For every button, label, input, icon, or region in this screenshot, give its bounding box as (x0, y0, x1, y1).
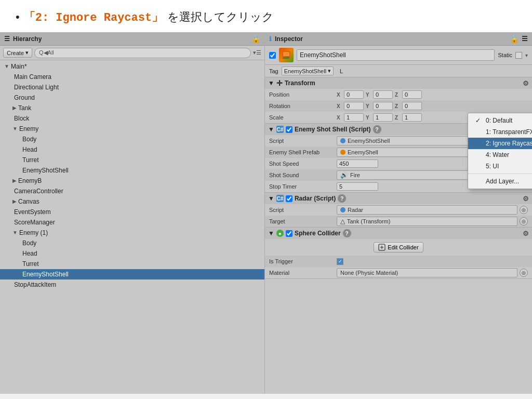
info-icon: ℹ (269, 35, 272, 43)
go-active-checkbox[interactable] (269, 52, 276, 59)
ess-speed-input[interactable] (337, 159, 378, 168)
radar-header[interactable]: ▼ C# Radar (Script) ? ⚙ (265, 193, 532, 204)
hierarchy-item[interactable]: StopAttackItem (0, 280, 264, 290)
hierarchy-item[interactable]: EnemyShotShell (0, 165, 264, 176)
sc-material-value: None (Physic Material) ◎ (337, 268, 528, 277)
rotation-x[interactable] (344, 102, 364, 110)
ess-prefab-name: EnemyShell (348, 149, 378, 155)
layer-dropdown-item[interactable]: ✓0: Default (468, 115, 532, 126)
radar-gear-icon[interactable]: ⚙ (523, 195, 529, 203)
search-input[interactable] (34, 48, 251, 58)
scale-label: Scale (269, 114, 337, 121)
tag-value: EnemyShotShell (284, 68, 326, 74)
hierarchy-item[interactable]: ▼Enemy (0, 124, 264, 134)
radar-target-name: Tank (Transform) (347, 218, 390, 224)
rotation-y[interactable] (373, 102, 393, 110)
hierarchy-item[interactable]: EnemyShotShell (0, 269, 264, 280)
sc-gear-icon[interactable]: ⚙ (523, 230, 529, 237)
sc-arrow: ▼ (268, 230, 274, 237)
hierarchy-item[interactable]: Head (0, 248, 264, 259)
ess-sound-icon: 🔊 (340, 171, 348, 179)
sc-trigger-row: Is Trigger ✓ (265, 256, 532, 267)
hierarchy-list[interactable]: ▼Main*Main CameraDirectional LightGround… (0, 60, 264, 394)
inspector-header: ℹ Inspector 🔒 ☰ (265, 32, 532, 46)
hierarchy-item[interactable]: EventSystem (0, 207, 264, 217)
transform-header[interactable]: ▼ ✛ Transform ⚙ (265, 77, 532, 89)
hierarchy-item[interactable]: Ground (0, 92, 264, 103)
radar-arrow: ▼ (268, 195, 274, 202)
ess-timer-input[interactable] (337, 182, 378, 191)
svg-rect-1 (283, 52, 289, 56)
radar-target-value: △ Tank (Transform) ◎ (337, 217, 528, 226)
hierarchy-item[interactable]: Turret (0, 259, 264, 269)
sc-help-icon[interactable]: ? (343, 229, 351, 237)
hierarchy-item[interactable]: ▶Canvas (0, 196, 264, 207)
hierarchy-item[interactable]: CameraController (0, 186, 264, 196)
lock-icon[interactable]: 🔒 (251, 35, 260, 43)
transform-title: Transform (285, 79, 315, 87)
sc-trigger-checkbox[interactable]: ✓ (337, 258, 343, 265)
hierarchy-item[interactable]: ▶Tank (0, 103, 264, 113)
layer-dropdown-item[interactable]: 5: UI (468, 161, 532, 172)
radar-help-icon[interactable]: ? (338, 194, 346, 203)
radar-script-value: Radar ◎ (337, 205, 528, 215)
lock-icon-inspector[interactable]: 🔒 (510, 35, 518, 43)
scale-x[interactable] (344, 113, 364, 122)
tag-dropdown[interactable]: EnemyShotShell ▾ (282, 66, 334, 75)
go-icon (279, 48, 294, 62)
scale-y[interactable] (373, 113, 393, 122)
hierarchy-item[interactable]: ▼Main* (0, 61, 264, 72)
hierarchy-item[interactable]: ScoreManager (0, 217, 264, 228)
ess-active-checkbox[interactable] (286, 126, 292, 133)
radar-active-checkbox[interactable] (286, 195, 292, 202)
layer-dropdown-item[interactable]: 4: Water (468, 149, 532, 161)
static-checkbox[interactable] (515, 52, 522, 59)
sc-active-checkbox[interactable] (286, 230, 292, 237)
hierarchy-title: Hierarchy (13, 35, 42, 43)
sc-material-picker[interactable]: ◎ (520, 269, 528, 277)
scale-z[interactable] (402, 113, 422, 122)
hierarchy-item[interactable]: Main Camera (0, 72, 264, 82)
sc-edit-row: Edit Collider (265, 239, 532, 256)
radar-script-name: Radar (348, 207, 363, 213)
options-icon[interactable]: ▾☰ (253, 49, 261, 56)
hierarchy-item[interactable]: ▼Enemy (1) (0, 228, 264, 238)
inspector-panel: ℹ Inspector 🔒 ☰ Static ▾ (265, 32, 532, 394)
create-button[interactable]: Create ▾ (3, 48, 32, 58)
static-dropdown-arrow[interactable]: ▾ (525, 52, 528, 58)
edit-collider-button[interactable]: Edit Collider (374, 242, 423, 252)
hierarchy-item[interactable]: Turret (0, 155, 264, 165)
sc-trigger-value: ✓ (337, 258, 528, 265)
hierarchy-item[interactable]: Block (0, 113, 264, 124)
sc-material-name: None (Physic Material) (340, 270, 398, 276)
sphere-collider-header[interactable]: ▼ ● Sphere Collider ? ⚙ (265, 228, 532, 239)
ess-help-icon[interactable]: ? (373, 125, 381, 134)
hierarchy-item[interactable]: Body (0, 238, 264, 248)
position-z[interactable] (402, 90, 422, 99)
radar-script-picker[interactable]: ◎ (520, 206, 528, 214)
hierarchy-item[interactable]: Body (0, 134, 264, 144)
radar-script-icon: C# (276, 195, 284, 202)
inspector-menu-icon[interactable]: ☰ (522, 35, 528, 43)
layer-dropdown[interactable]: ✓0: Default1: TransparentFX2: Ignore Ray… (468, 113, 532, 189)
radar-title: Radar (Script) (295, 195, 336, 202)
add-layer-item[interactable]: Add Layer... (468, 176, 532, 187)
radar-target-icon: △ (340, 218, 345, 225)
radar-section: ▼ C# Radar (Script) ? ⚙ Script Radar ◎ (265, 193, 532, 228)
layer-dropdown-item[interactable]: 1: TransparentFX (468, 126, 532, 138)
radar-target-row: Target △ Tank (Transform) ◎ (265, 216, 532, 227)
transform-gear-icon[interactable]: ⚙ (523, 79, 529, 87)
bullet: • (16, 10, 20, 24)
hierarchy-item[interactable]: Head (0, 144, 264, 155)
hierarchy-item[interactable]: ▶EnemyB (0, 176, 264, 186)
go-name-field[interactable] (297, 49, 495, 61)
position-y[interactable] (373, 90, 393, 99)
ess-title: Enemy Shot Shell (Script) (295, 126, 371, 133)
position-x[interactable] (344, 90, 364, 99)
layer-dropdown-item[interactable]: 2: Ignore Raycast (468, 138, 532, 149)
radar-target-picker[interactable]: ◎ (520, 217, 528, 225)
layer-label: L (340, 68, 343, 74)
rotation-z[interactable] (402, 102, 422, 110)
sc-material-row: Material None (Physic Material) ◎ (265, 267, 532, 278)
hierarchy-item[interactable]: Directional Light (0, 82, 264, 92)
